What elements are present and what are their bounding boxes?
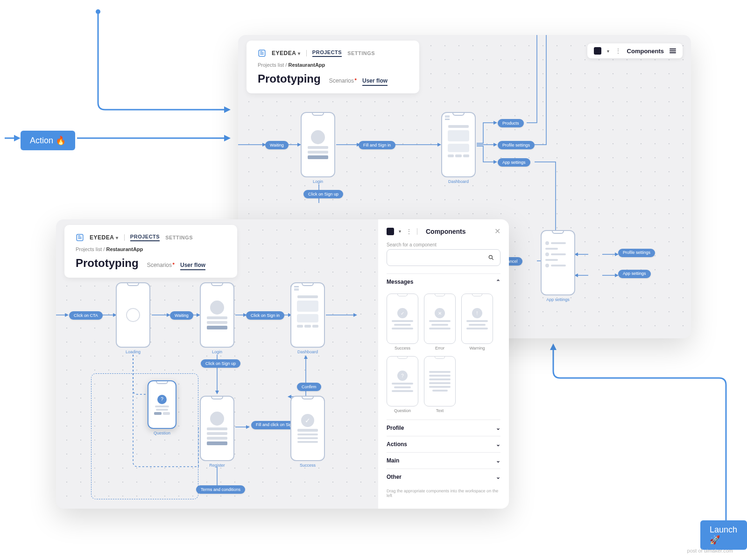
color-swatch[interactable] [387,228,394,235]
tag-waiting[interactable]: Waiting [265,141,289,149]
svg-marker-27 [246,425,250,429]
page-title: Prototyping [258,72,321,85]
search-icon[interactable] [488,254,494,261]
nav-projects[interactable]: PROJECTS [130,234,160,241]
svg-point-0 [96,9,100,14]
tag-waiting[interactable]: Waiting [170,311,193,320]
tab-userflow[interactable]: User flow [180,262,205,270]
svg-marker-3 [14,135,21,141]
chevron-down-icon: ▾ [298,51,301,56]
label-login: Login [313,179,323,184]
launch-label: Launch 🚀 [710,525,738,545]
messages-grid: ✓ Success ✕ Error ! Warning ? Question T… [387,290,500,420]
panel-title: Components [426,228,490,235]
component-success[interactable]: ✓ Success [387,294,418,350]
svg-marker-19 [65,313,69,317]
phone-login-back[interactable]: Login [301,112,335,177]
svg-marker-28 [304,355,308,359]
phone-login-front[interactable]: Login [200,282,234,348]
nav-settings[interactable]: SETTINGS [347,50,375,56]
breadcrumb-root[interactable]: Projects list [258,62,284,68]
svg-marker-10 [493,143,497,147]
svg-marker-2 [224,135,231,141]
close-icon[interactable]: ✕ [494,227,500,236]
svg-marker-11 [493,160,497,164]
chevron-down-icon: ⌄ [496,425,500,431]
more-icon[interactable]: ⋮ [615,47,621,55]
label-dashboard: Dashboard [297,350,318,354]
tag-app2[interactable]: App settings [618,270,651,278]
label-loading: Loading [126,350,141,354]
breadcrumb: Projects list / RestaurantApp [76,246,226,252]
tag-products[interactable]: Products [498,119,524,127]
breadcrumb-current[interactable]: RestaurantApp [106,246,143,252]
phone-loading[interactable]: Loading [116,282,150,348]
svg-marker-4 [550,343,557,350]
brand-button[interactable]: EYEDEA▾ [272,50,301,56]
tag-profile[interactable]: Profile settings [498,141,535,149]
phone-question[interactable]: ? Question [148,380,176,429]
section-main[interactable]: Main⌄ [387,452,500,469]
selection-box[interactable] [91,373,198,499]
breadcrumb-current[interactable]: RestaurantApp [288,62,325,68]
svg-point-31 [489,255,492,259]
tag-confirm[interactable]: Confirm [297,383,321,391]
phone-dashboard-front[interactable]: Dashboard [290,282,325,348]
tab-scenarios[interactable]: Scenarios• [147,262,172,268]
chevron-up-icon: ⌃ [496,279,500,285]
phone-register[interactable]: Register [200,396,234,461]
chevron-down-icon: ⌄ [496,441,500,448]
page-title: Prototyping [76,257,139,270]
breadcrumb: Projects list / RestaurantApp [258,62,408,68]
chevron-down-icon: ▾ [607,49,609,54]
logo-icon [76,233,84,242]
phone-dashboard-back[interactable]: Dashboard [441,112,476,177]
tab-scenarios[interactable]: Scenarios• [329,77,354,84]
component-warning[interactable]: ! Warning [461,294,493,350]
component-text[interactable]: Text [424,356,456,413]
chevron-down-icon: ⌄ [496,457,500,464]
tag-profile2[interactable]: Profile settings [618,249,655,257]
tag-signup[interactable]: Click on Sign up [201,359,240,368]
components-button[interactable]: Components [627,48,664,55]
search-input[interactable] [393,254,488,261]
label-question: Question [154,431,170,435]
chevron-down-icon: ⌄ [496,474,500,480]
label-register: Register [209,463,225,468]
chevron-down-icon: ▾ [116,235,119,240]
phone-appsettings-back[interactable]: App settings [541,230,575,295]
components-panel: ▾ ⋮ Components ✕ Search for a component … [378,219,509,509]
front-window: Click on CTA Waiting Click on Sign in Cl… [56,219,509,509]
svg-marker-8 [437,143,441,147]
nav-projects[interactable]: PROJECTS [312,49,342,57]
footer-credit: post of uimaker.com [687,548,733,553]
phone-success[interactable]: ✓ Success [290,396,325,461]
list-icon[interactable] [669,49,676,53]
panel-hint: Drag the appropriate components into the… [387,485,500,498]
search-label: Search for a component [387,242,500,247]
section-other[interactable]: Other⌄ [387,469,500,485]
tab-userflow[interactable]: User flow [362,77,388,86]
tag-cta[interactable]: Click on CTA [69,311,103,320]
tag-terms[interactable]: Terms and conditions [196,485,245,494]
tag-appset[interactable]: App settings [498,158,530,167]
nav-settings[interactable]: SETTINGS [165,235,193,240]
chevron-down-icon: ▾ [399,229,401,234]
color-swatch[interactable] [594,47,601,55]
component-question[interactable]: ? Question [387,356,418,413]
more-icon[interactable]: ⋮ [406,228,412,235]
brand-button[interactable]: EYEDEA▾ [90,234,119,241]
header-card-front: EYEDEA▾ PROJECTS SETTINGS Projects list … [64,225,237,278]
svg-marker-26 [215,391,219,394]
section-actions[interactable]: Actions⌄ [387,436,500,452]
tag-signin[interactable]: Click on Sign in [246,311,284,320]
breadcrumb-root[interactable]: Projects list [76,246,102,252]
section-messages[interactable]: Messages⌃ [387,273,500,290]
search-input-wrapper [387,249,500,266]
tag-clicksignup[interactable]: Click on Sign up [303,190,343,198]
logo-icon [258,49,266,57]
toolbar-back: ▾ ⋮ Components [587,43,683,58]
component-error[interactable]: ✕ Error [424,294,456,350]
tag-fillsign[interactable]: Fill and Sign in [359,141,395,149]
section-profile[interactable]: Profile⌄ [387,420,500,436]
